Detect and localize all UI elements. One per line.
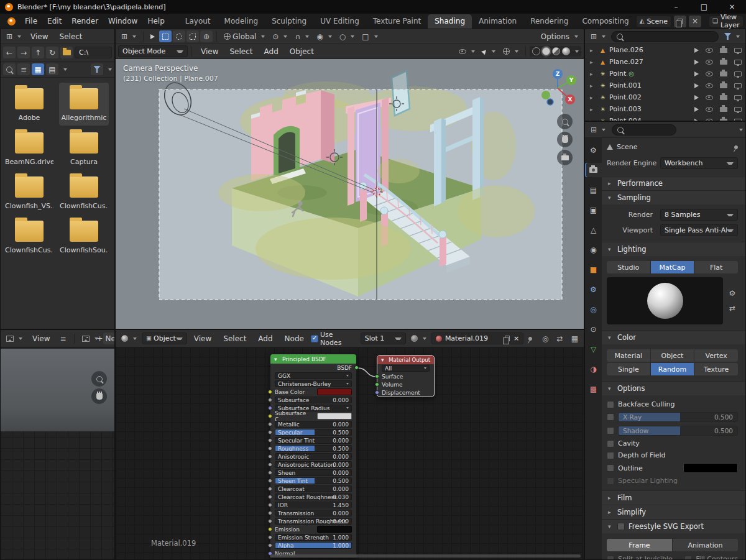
image-editor-canvas[interactable] (1, 347, 114, 559)
bsdf-row-anisotropic[interactable]: Anisotropic0.000 (270, 452, 356, 461)
filter-button[interactable] (721, 32, 743, 41)
workspace-tab-shading[interactable]: Shading (428, 14, 472, 29)
disable-in-renders-icon[interactable] (720, 48, 727, 53)
freestyle-section-header[interactable]: ▾ Freestyle SVG Export (602, 519, 745, 533)
selectable-toggle-icon[interactable] (694, 95, 699, 100)
transmission-roughness-slider[interactable]: Transmission Roughness0.000 (275, 518, 352, 525)
color-vertex-button[interactable]: Vertex (694, 349, 738, 362)
expand-arrow-icon[interactable]: ▸ (590, 83, 596, 89)
color-section-header[interactable]: ▾Color (602, 330, 745, 344)
grid-button[interactable]: ▦ (568, 334, 581, 344)
disable-in-viewports-icon[interactable] (734, 95, 742, 100)
material-shading-button[interactable] (552, 47, 560, 55)
minimize-button[interactable]: – (662, 0, 690, 14)
metallic-socket[interactable] (268, 422, 272, 426)
emission-strength-slider[interactable]: Emission Strength1.000 (275, 534, 352, 541)
tool-select-circle-button[interactable] (173, 30, 185, 42)
overlap-button[interactable]: ⇄ (554, 334, 566, 344)
color-random-button[interactable]: Random (651, 363, 695, 375)
matcap-preview[interactable] (607, 277, 723, 324)
sheen-tint-socket[interactable] (268, 479, 272, 483)
menu-edit[interactable]: Edit (42, 16, 67, 27)
subsurface-radius-socket[interactable] (268, 406, 272, 410)
node-canvas[interactable]: ▾ Principled BSDF BSDF GGX Christensen-B… (116, 347, 584, 559)
specular-slider[interactable]: Specular0.500 (275, 429, 352, 436)
clearcoat-roughness-socket[interactable] (268, 495, 272, 499)
simplify-section-header[interactable]: ▸Simplify (602, 505, 745, 519)
outliner-row-point-003[interactable]: ▸☀Point.003 (585, 103, 745, 115)
anisotropic-rotation-socket[interactable] (268, 462, 272, 467)
matcap-flip-icon[interactable]: ⇄ (729, 305, 735, 312)
split-at-invisible-checkbox[interactable] (607, 556, 614, 560)
view-layer-selector[interactable]: ❏ View Layer (709, 16, 744, 27)
matcap-settings-icon[interactable]: ⚙ (729, 290, 736, 297)
base-color-swatch[interactable] (317, 388, 352, 395)
emission-strength-socket[interactable] (268, 535, 272, 539)
outliner-search-input[interactable] (611, 31, 719, 42)
horizontal-scrollbar[interactable] (270, 554, 581, 558)
bsdf-row-specular[interactable]: Specular0.500 (270, 428, 356, 436)
properties-search-input[interactable] (612, 124, 676, 135)
selectable-toggle-icon[interactable] (694, 48, 699, 53)
bsdf-row-clearcoat-roughness[interactable]: Clearcoat Roughness0.030 (270, 493, 356, 501)
viewport-menu-object[interactable]: Object (285, 46, 319, 57)
properties-options-dropdown[interactable] (739, 129, 743, 131)
folder-item-captura[interactable]: Captura (59, 127, 109, 170)
bsdf-row-metallic[interactable]: Metallic0.000 (270, 420, 356, 428)
pan-button[interactable] (557, 132, 573, 147)
color-single-button[interactable]: Single (607, 363, 651, 375)
editor-type-button[interactable] (3, 334, 25, 343)
disable-in-renders-icon[interactable] (720, 107, 727, 112)
alpha-socket[interactable] (268, 543, 272, 548)
tool-properties-tab[interactable]: ⚙ (585, 143, 602, 157)
anisotropic-rotation-slider[interactable]: Anisotropic Rotation0.000 (275, 461, 352, 468)
film-section-header[interactable]: ▸Film (602, 490, 745, 505)
workspace-tab-texture-paint[interactable]: Texture Paint (366, 14, 428, 29)
bsdf-row-transmission[interactable]: Transmission0.000 (270, 509, 356, 517)
volume-socket[interactable] (375, 382, 379, 387)
subsurface-c-swatch[interactable] (317, 413, 352, 420)
solid-shading-button[interactable] (542, 47, 550, 55)
render-samples-dropdown[interactable]: 8 Samples (660, 209, 738, 221)
workspace-tab-layout[interactable]: Layout (178, 14, 218, 29)
folder-item-clownfishsou[interactable]: ClownfishSou... (59, 215, 109, 258)
bsdf-row-ior[interactable]: IOR1.450 (270, 501, 356, 509)
lighting-matcap-button[interactable]: MatCap (651, 261, 695, 273)
breadcrumb-scene[interactable]: Scene (617, 143, 638, 151)
back-button[interactable]: ← (3, 47, 16, 58)
disable-in-viewports-icon[interactable] (734, 60, 742, 65)
shading-dropdown[interactable] (575, 50, 579, 53)
viewport-samples-dropdown[interactable]: Single Pass Anti-Alias... (660, 224, 738, 236)
hide-in-viewport-icon[interactable] (706, 83, 713, 88)
search-button[interactable] (3, 63, 16, 75)
expand-arrow-icon[interactable]: ▸ (590, 59, 596, 65)
subsurface-socket[interactable] (268, 398, 272, 402)
pin-icon[interactable] (734, 144, 739, 149)
emission-swatch[interactable] (317, 526, 352, 533)
options-dropdown[interactable]: Options (538, 31, 581, 42)
fill-contours-checkbox[interactable] (684, 556, 692, 560)
alpha-slider[interactable]: Alpha1.000 (275, 542, 352, 549)
transmission-roughness-socket[interactable] (268, 519, 272, 523)
surface-socket[interactable] (375, 374, 379, 379)
slot-dropdown[interactable]: Slot 1 (361, 333, 406, 344)
physics-properties-tab[interactable]: ◎ (585, 302, 602, 316)
node-header[interactable]: ▾ Material Output (377, 356, 434, 364)
navigation-gizmo[interactable]: Z Y X (536, 67, 579, 110)
bsdf-row-alpha[interactable]: Alpha1.000 (270, 541, 356, 549)
file-browser-menu-select[interactable]: Select (55, 31, 88, 42)
fake-user-button[interactable] (525, 336, 535, 342)
snap-node-button[interactable]: ◎ (539, 334, 551, 344)
display-thumbnails-button[interactable]: ▦ (32, 63, 44, 75)
outline-color-swatch[interactable] (683, 463, 738, 473)
output-properties-tab[interactable]: ▤ (585, 183, 602, 197)
disable-in-renders-icon[interactable] (720, 95, 727, 100)
principled-bsdf-node[interactable]: ▾ Principled BSDF BSDF GGX Christensen-B… (270, 354, 357, 558)
bsdf-row-sheen[interactable]: Sheen0.000 (270, 469, 356, 477)
scene-properties-tab[interactable]: △ (585, 223, 602, 237)
cavity-checkbox[interactable] (607, 440, 614, 448)
sheen-slider[interactable]: Sheen0.000 (275, 469, 352, 476)
subsurface-c-socket[interactable] (268, 414, 272, 418)
unlink-material-button[interactable]: × (513, 334, 519, 342)
folder-item-adobe[interactable]: Adobe (4, 83, 54, 126)
